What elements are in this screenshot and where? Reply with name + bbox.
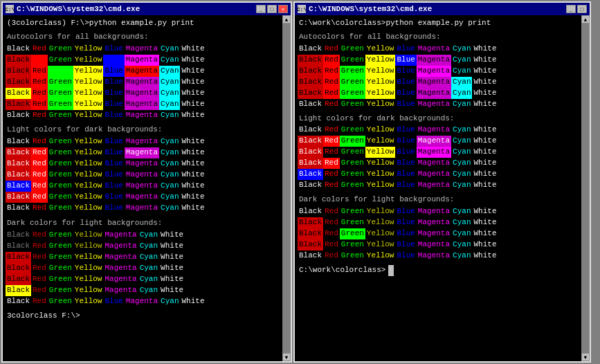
left-prompt-text: (3colorclass) F:\>python example.py prin… — [6, 18, 196, 29]
right-scrollbar[interactable]: ▲ ▼ — [581, 15, 590, 361]
right-light-header-row: Black Red Green Yellow Blue Magenta Cyan… — [298, 125, 579, 136]
right-maximize-btn[interactable]: □ — [577, 5, 587, 13]
left-light-row5: Black Red Green Yellow Blue Magenta Cyan… — [6, 192, 280, 203]
right-auto-row3: Black Red Green Yellow Blue Magenta Cyan… — [298, 77, 579, 88]
left-auto-row2: Black Red Green Yellow Blue Magenta Cyan… — [6, 66, 280, 77]
left-dark-row2: Black Red Green Yellow Magenta Cyan Whit… — [6, 252, 280, 263]
left-light-row4: Black Red Green Yellow Blue Magenta Cyan… — [6, 181, 280, 192]
left-light-row6: Black Red Green Yellow Blue Magenta Cyan… — [6, 203, 280, 214]
left-auto-row1: Black Red Green Yellow Blue Magenta Cyan… — [6, 55, 280, 66]
right-light-row5: Black Red Green Yellow Blue Magenta Cyan… — [298, 180, 579, 191]
right-dark-row3: Black Red Green Yellow Blue Magenta Cyan… — [298, 239, 579, 251]
right-window-icon: C:\ — [298, 5, 306, 13]
right-auto-row1: Black Red Green Yellow Blue Magenta Cyan… — [298, 55, 579, 66]
lah-black: Black — [6, 44, 31, 55]
right-dark-row2: Black Red Green Yellow Blue Magenta Cyan… — [298, 228, 579, 239]
right-window-title: C:\WINDOWS\system32\cmd.exe — [309, 5, 432, 13]
left-window-title: C:\WINDOWS\system32\cmd.exe — [17, 5, 140, 13]
left-prompt-line: (3colorclass) F:\>python example.py prin… — [6, 18, 280, 29]
left-auto-header: Autocolors for all backgrounds: — [6, 32, 280, 43]
left-minimize-btn[interactable]: _ — [256, 5, 266, 13]
right-auto-row2: Black Red Green Yellow Blue Magenta Cyan… — [298, 66, 579, 77]
right-auto-header-row: Black Red Green Yellow Blue Magenta Cyan… — [298, 44, 579, 55]
left-light-row3: Black Red Green Yellow Blue Magenta Cyan… — [6, 170, 280, 181]
right-auto-row5: Black Red Green Yellow Blue Magenta Cyan… — [298, 99, 579, 110]
left-scroll-down[interactable]: ▼ — [282, 353, 291, 361]
left-dark-row3: Black Red Green Yellow Magenta Cyan Whit… — [6, 263, 280, 274]
left-maximize-btn[interactable]: □ — [267, 5, 277, 13]
lah-blue: Blue — [103, 44, 124, 55]
right-dark-header: Dark colors for light backgrounds: — [298, 194, 579, 206]
left-auto-row3: Black Red Green Yellow Blue Magenta Cyan… — [6, 77, 280, 88]
lah-red: Red — [31, 44, 48, 55]
right-scroll-down[interactable]: ▼ — [581, 353, 590, 361]
right-bottom-prompt: C:\work\colorclass> — [298, 265, 579, 276]
lah-yellow: Yellow — [73, 44, 104, 55]
right-auto-row4: Black Red Green Yellow Blue Magenta Cyan… — [298, 88, 579, 99]
left-light-header-row: Black Red Green Yellow Blue Magenta Cyan… — [6, 136, 280, 147]
left-title-bar: C:\ C:\WINDOWS\system32\cmd.exe _ □ ✕ — [3, 3, 291, 15]
right-scroll-track[interactable] — [581, 24, 590, 353]
right-window: C:\ C:\WINDOWS\system32\cmd.exe _ □ C:\w… — [293, 1, 591, 363]
right-scroll-up[interactable]: ▲ — [581, 15, 590, 24]
left-auto-header-row: Black Red Green Yellow Blue Magenta Cyan… — [6, 44, 280, 55]
right-content: C:\work\colorclass>python example.py pri… — [295, 15, 581, 361]
left-window-icon: C:\ — [6, 5, 14, 13]
right-dark-row1: Black Red Green Yellow Blue Magenta Cyan… — [298, 217, 579, 228]
right-auto-header: Autocolors for all backgrounds: — [298, 32, 579, 43]
right-light-row3: Black Red Green Yellow Blue Magenta Cyan… — [298, 158, 579, 169]
left-content: (3colorclass) F:\>python example.py prin… — [3, 15, 282, 361]
left-scrollbar[interactable]: ▲ ▼ — [282, 15, 291, 361]
left-auto-row5: Black Red Green Yellow Blue Magenta Cyan… — [6, 99, 280, 110]
lah-magenta: Magenta — [125, 44, 159, 55]
left-close-btn[interactable]: ✕ — [278, 5, 288, 13]
left-dark-row1: Black Red Green Yellow Magenta Cyan Whit… — [6, 241, 280, 252]
lah-white: White — [180, 44, 206, 55]
left-dark-header: Dark colors for light backgrounds: — [6, 218, 280, 229]
left-light-row2: Black Red Green Yellow Blue Magenta Cyan… — [6, 158, 280, 170]
left-bottom-prompt: 3colorclass F:\> — [6, 311, 280, 322]
left-scroll-track[interactable] — [282, 24, 291, 353]
right-light-row1: Black Red Green Yellow Blue Magenta Cyan… — [298, 136, 579, 147]
right-light-row2: Black Red Green Yellow Blue Magenta Cyan… — [298, 147, 579, 158]
left-dark-row4: Black Red Green Yellow Magenta Cyan Whit… — [6, 274, 280, 285]
left-dark-row5: Black Red Green Yellow Magenta Cyan Whit… — [6, 285, 280, 296]
left-window: C:\ C:\WINDOWS\system32\cmd.exe _ □ ✕ (3… — [1, 1, 292, 363]
left-scroll-up[interactable]: ▲ — [282, 15, 291, 24]
left-auto-label: Autocolors for all backgrounds: — [6, 32, 150, 43]
right-dark-row4: Black Red Green Yellow Blue Magenta Cyan… — [298, 251, 579, 262]
left-dark-row6: Black Red Green Yellow Blue Magenta Cyan… — [6, 296, 280, 307]
lah-cyan: Cyan — [159, 44, 180, 55]
right-minimize-btn[interactable]: _ — [566, 5, 576, 13]
left-light-header: Light colors for dark backgrounds: — [6, 125, 280, 136]
right-dark-header-row: Black Red Green Yellow Blue Magenta Cyan… — [298, 206, 579, 217]
right-light-header: Light colors for dark backgrounds: — [298, 113, 579, 125]
left-auto-row6: Black Red Green Yellow Blue Magenta Cyan… — [6, 110, 280, 121]
left-dark-header-row: Black Red Green Yellow Magenta Cyan Whit… — [6, 230, 280, 241]
right-title-bar: C:\ C:\WINDOWS\system32\cmd.exe _ □ — [295, 3, 590, 15]
left-light-row1: Black Red Green Yellow Blue Magenta Cyan… — [6, 147, 280, 158]
lah-green: Green — [48, 44, 73, 55]
left-auto-row4: Black Red Green Yellow Blue Magenta Cyan… — [6, 88, 280, 99]
right-light-row4: Black Red Green Yellow Blue Magenta Cyan… — [298, 169, 579, 180]
right-prompt-line: C:\work\colorclass>python example.py pri… — [298, 18, 579, 29]
